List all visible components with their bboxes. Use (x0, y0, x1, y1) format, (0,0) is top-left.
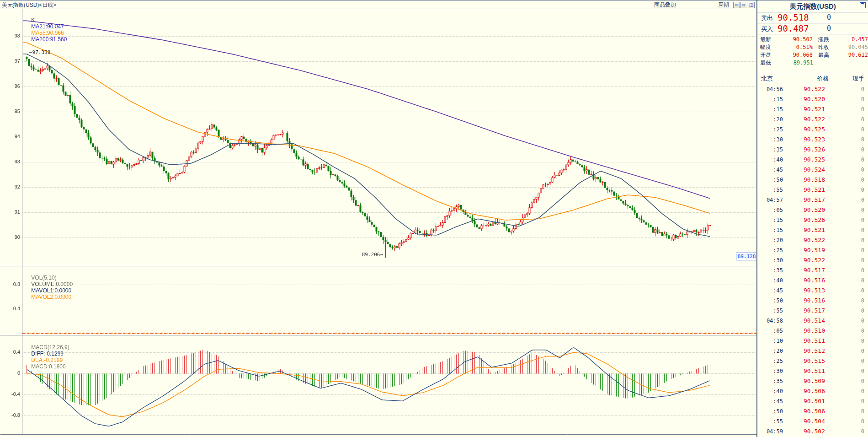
quote-stats: 最新90.502涨跌0.457幅度0.51%昨收90.045开盘90.068最高… (757, 34, 868, 73)
ticks-col-price: 价格 (787, 73, 829, 84)
tick-row: :4590.5010 (757, 396, 868, 406)
chart-title: 美元指数(USD)<日线> (2, 1, 56, 9)
tick-row: :3590.5090 (757, 376, 868, 386)
trading-terminal: 美元指数(USD)<日线> 商品叠加 周期 ⇦ ⇨ ◫ K MA21:90.04… (0, 0, 868, 437)
ticks-list[interactable]: 04:5690.5220:1590.5200:1590.5210:2090.52… (757, 84, 868, 437)
ma21-label: MA21:90.047 (31, 23, 64, 30)
tick-vol: 0 (825, 386, 868, 396)
price-axis-label: 93 (0, 159, 20, 164)
mavol1-label: MAVOL1:0.0000 (31, 287, 71, 294)
tick-time: :05 (757, 205, 783, 215)
tick-price: 90.502 (783, 426, 825, 437)
macd-axis-label: 0 (0, 370, 20, 376)
tick-vol: 0 (825, 195, 868, 205)
tick-vol: 0 (825, 84, 868, 94)
tick-row: :3090.5230 (757, 135, 868, 145)
dea-label: DEA:-0.2199 (31, 357, 63, 363)
tick-price: 90.510 (783, 326, 825, 336)
tick-price: 90.513 (783, 286, 825, 296)
ticks-col-time: 北京 (757, 73, 787, 84)
tick-row: :5590.5040 (757, 416, 868, 426)
tick-price: 90.522 (783, 114, 825, 124)
tick-price: 90.520 (783, 205, 825, 215)
tick-row: :4090.5060 (757, 386, 868, 396)
macd-label: MACD(12,26,9) (31, 344, 69, 351)
tick-vol: 0 (825, 104, 868, 114)
buy-label: 买入 (761, 25, 773, 33)
tick-vol: 0 (825, 165, 868, 175)
ma200-label: MA200:91.560 (31, 36, 67, 43)
stat-value: 90.068 (776, 51, 813, 59)
tick-vol: 0 (825, 286, 868, 296)
tick-row: :2590.5190 (757, 245, 868, 255)
restore-window-icon[interactable] (860, 2, 866, 8)
stat-label: 最高 (813, 51, 834, 59)
stat-value: 89.951 (776, 59, 813, 67)
tick-row: :2590.5150 (757, 356, 868, 366)
vol-zero-line (22, 333, 756, 334)
tick-vol: 0 (825, 225, 868, 235)
low-annotation: 89.206→ (352, 252, 383, 258)
tick-row: :4090.5160 (757, 275, 868, 286)
tick-row: 04:5790.5170 (757, 195, 868, 205)
macd-axis-label: -0.8 (0, 412, 20, 418)
tick-price: 90.504 (783, 416, 825, 426)
vol-label: VOL(5,10) (31, 275, 56, 281)
tick-vol: 0 (825, 155, 868, 165)
tick-row: :1090.5110 (757, 336, 868, 346)
tick-vol: 0 (825, 265, 868, 275)
tick-row: :2090.5220 (757, 114, 868, 124)
nav-back-button[interactable]: ⇦ (733, 2, 740, 8)
tick-price: 90.509 (783, 376, 825, 386)
price-axis-label: 96 (0, 83, 20, 89)
tick-time: :20 (757, 235, 783, 245)
tick-vol: 0 (825, 306, 868, 316)
overlay-instrument-link[interactable]: 商品叠加 (654, 1, 676, 9)
tick-vol: 0 (825, 245, 868, 255)
split-view-button[interactable]: ◫ (748, 2, 755, 8)
tick-time: 04:58 (757, 316, 783, 326)
tick-vol: 0 (825, 376, 868, 386)
tick-row: :1590.5210 (757, 225, 868, 235)
ticks-header: 北京 价格 现手 (757, 73, 868, 84)
instrument-title: 美元指数(USD) (757, 0, 868, 11)
price-axis-label: 92 (0, 184, 20, 189)
chart-canvas[interactable] (0, 0, 756, 437)
tick-price: 90.501 (783, 396, 825, 406)
stat-label: 最低 (757, 59, 776, 67)
tick-time: :50 (757, 175, 783, 185)
period-link[interactable]: 周期 (718, 1, 729, 9)
stat-label: 开盘 (757, 51, 776, 59)
tick-vol: 0 (825, 215, 868, 225)
tick-price: 90.512 (783, 346, 825, 356)
tick-price: 90.521 (783, 185, 825, 195)
tick-price: 90.519 (783, 245, 825, 255)
stat-value: 0.457 (834, 36, 868, 43)
tick-vol: 0 (825, 205, 868, 215)
tick-vol: 0 (825, 406, 868, 416)
nav-forward-button[interactable]: ⇨ (740, 2, 747, 8)
tick-row: :2090.5120 (757, 346, 868, 356)
tick-row: :0590.5100 (757, 326, 868, 336)
stat-label: 昨收 (813, 43, 834, 51)
tick-vol: 0 (825, 416, 868, 426)
tick-time: :20 (757, 114, 783, 124)
tick-price: 90.516 (783, 275, 825, 286)
tick-price: 90.511 (783, 366, 825, 376)
diff-label: DIFF:-0.1299 (31, 351, 64, 357)
k-indicator-label: K (31, 17, 35, 23)
stat-row: 开盘90.068最高90.612 (757, 51, 868, 59)
sell-label: 卖出 (761, 14, 773, 22)
tick-time: :50 (757, 296, 783, 306)
tick-price: 90.524 (783, 165, 825, 175)
tick-price: 90.511 (783, 336, 825, 346)
macd-indicator-row: MACD(12,26,9) DIFF:-0.1299 DEA:-0.2199 M… (25, 338, 71, 376)
tick-price: 90.514 (783, 316, 825, 326)
tick-time: :20 (757, 346, 783, 356)
tick-time: :35 (757, 145, 783, 155)
tick-vol: 0 (825, 366, 868, 376)
tick-price: 90.525 (783, 155, 825, 165)
tick-time: :30 (757, 366, 783, 376)
tick-vol: 0 (825, 185, 868, 195)
sell-volume: 0 (827, 13, 831, 22)
